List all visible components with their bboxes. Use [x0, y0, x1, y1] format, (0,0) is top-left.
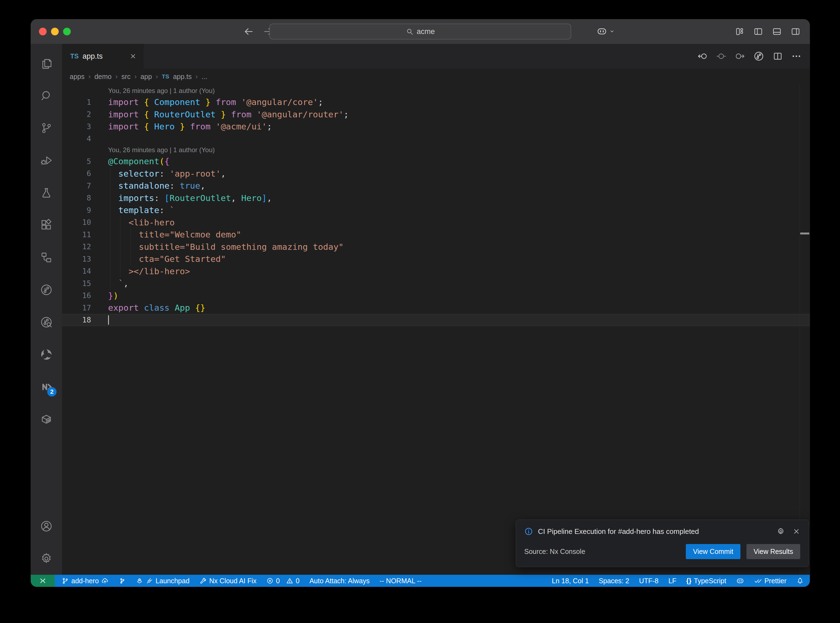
vim-mode-status[interactable]: -- NORMAL --: [379, 577, 421, 585]
activity-extensions[interactable]: [31, 209, 62, 241]
code-line[interactable]: 7 standalone: true,: [62, 180, 810, 192]
nav-forward-circle-icon[interactable]: [735, 51, 745, 61]
double-check-icon: [754, 577, 762, 585]
nav-current-circle-icon[interactable]: [716, 51, 726, 61]
activity-nx-console[interactable]: 2: [31, 371, 62, 403]
formatter-status[interactable]: Prettier: [754, 577, 786, 585]
activity-run-debug[interactable]: [31, 144, 62, 176]
line-number: 14: [62, 267, 91, 275]
code-line[interactable]: 6 selector: 'app-root',: [62, 167, 810, 180]
more-actions-icon[interactable]: [791, 51, 802, 61]
problems-status[interactable]: 0 0: [266, 577, 299, 585]
close-window-button[interactable]: [39, 28, 47, 35]
settings-menu[interactable]: [31, 542, 62, 575]
overview-ruler-marker[interactable]: [800, 233, 809, 235]
copilot-menu[interactable]: [596, 26, 614, 37]
braces-icon: {}: [686, 577, 692, 585]
code-line[interactable]: 17export class App {}: [62, 302, 810, 314]
cursor-position-status[interactable]: Ln 18, Col 1: [552, 577, 589, 585]
code-line[interactable]: 11 title="Welcmoe demo": [62, 229, 810, 241]
notification-body: Source: Nx Console View Commit View Resu…: [524, 544, 800, 559]
code-line[interactable]: 9 template: `: [62, 204, 810, 216]
cursor-position-label: Ln 18, Col 1: [552, 577, 589, 585]
customize-layout-icon[interactable]: [735, 27, 745, 37]
code-line[interactable]: 14 ></lib-hero>: [62, 265, 810, 278]
codelens-blame-line[interactable]: You, 26 minutes ago | 1 author (You): [62, 145, 810, 155]
code-line[interactable]: 12 subtitle="Build something amazing tod…: [62, 241, 810, 253]
line-number: 10: [62, 218, 91, 227]
code-line[interactable]: 3import { Hero } from '@acme/ui';: [62, 120, 810, 133]
text-cursor: [108, 315, 109, 325]
code-line[interactable]: 18: [62, 314, 810, 326]
auto-attach-status[interactable]: Auto Attach: Always: [309, 577, 370, 585]
swirl-icon: [40, 348, 53, 361]
line-number: 16: [62, 291, 91, 300]
commit-graph-status[interactable]: [118, 577, 126, 585]
launchpad-status[interactable]: Launchpad: [136, 577, 190, 585]
breadcrumb-demo[interactable]: demo: [94, 73, 112, 81]
command-center-search[interactable]: acme: [269, 24, 571, 40]
activity-search[interactable]: [31, 80, 62, 112]
zoom-window-button[interactable]: [63, 28, 71, 35]
activity-gitlens-inspect[interactable]: [31, 306, 62, 338]
indentation-status[interactable]: Spaces: 2: [599, 577, 629, 585]
breadcrumb-file[interactable]: app.ts: [173, 73, 192, 81]
activity-explorer[interactable]: [31, 47, 62, 80]
notification-controls: [777, 527, 800, 536]
eol-status[interactable]: LF: [668, 577, 676, 585]
activity-containers[interactable]: [31, 403, 62, 436]
code-editor[interactable]: You, 26 minutes ago | 1 author (You)1imp…: [62, 84, 810, 575]
toggle-panel-icon[interactable]: [772, 27, 782, 37]
line-number: 7: [62, 181, 91, 190]
nav-back-circle-icon[interactable]: [697, 51, 708, 61]
view-results-button[interactable]: View Results: [746, 544, 800, 559]
code-line[interactable]: 5@Component({: [62, 155, 810, 167]
code-line[interactable]: 4: [62, 133, 810, 145]
codelens-blame-line[interactable]: You, 26 minutes ago | 1 author (You): [62, 86, 810, 96]
view-commit-button[interactable]: View Commit: [686, 544, 740, 559]
language-mode-status[interactable]: {} TypeScript: [686, 577, 726, 585]
activity-commit-graph[interactable]: [31, 274, 62, 306]
copilot-status[interactable]: [736, 577, 744, 585]
breadcrumb-apps[interactable]: apps: [70, 73, 84, 81]
code-line[interactable]: 8 imports: [RouterOutlet, Hero],: [62, 192, 810, 204]
line-number: 18: [62, 316, 91, 324]
code-line[interactable]: 13 cta="Get Started": [62, 253, 810, 265]
back-icon[interactable]: [244, 27, 253, 37]
indent-guide: [131, 241, 131, 253]
branch-status[interactable]: add-hero: [61, 577, 109, 585]
close-icon[interactable]: [792, 528, 800, 535]
warnings-icon: [286, 577, 293, 584]
notification-settings-icon[interactable]: [777, 527, 785, 536]
close-tab-icon[interactable]: [129, 52, 137, 60]
encoding-status[interactable]: UTF-8: [639, 577, 659, 585]
nx-cloud-fix-status[interactable]: Nx Cloud AI Fix: [200, 577, 256, 585]
remote-indicator[interactable]: [31, 575, 55, 587]
commit-graph-icon[interactable]: [753, 51, 764, 62]
activity-hierarchy-view[interactable]: [31, 241, 62, 274]
notifications-status[interactable]: [796, 577, 804, 585]
line-content: import { Hero } from '@acme/ui';: [108, 120, 272, 133]
activity-source-control[interactable]: [31, 112, 62, 144]
breadcrumb-app[interactable]: app: [140, 73, 152, 81]
activity-testing[interactable]: [31, 176, 62, 209]
tab-app-ts[interactable]: TS app.ts: [62, 44, 143, 69]
chevron-right-icon: ›: [156, 73, 158, 80]
chevron-right-icon: ›: [88, 73, 91, 80]
code-line[interactable]: 10 <lib-hero: [62, 216, 810, 229]
accounts-menu[interactable]: [31, 510, 62, 542]
indent-guide: [131, 253, 131, 265]
toggle-sidebar-icon[interactable]: [753, 27, 763, 37]
code-line[interactable]: 1import { Component } from '@angular/cor…: [62, 96, 810, 108]
breadcrumb-symbol[interactable]: ...: [202, 73, 207, 81]
toggle-secondary-sidebar-icon[interactable]: [791, 27, 800, 37]
code-line[interactable]: 2import { RouterOutlet } from '@angular/…: [62, 108, 810, 121]
encoding-label: UTF-8: [639, 577, 659, 585]
code-line[interactable]: 15 `,: [62, 277, 810, 290]
activity-devtools[interactable]: [31, 338, 62, 371]
minimize-window-button[interactable]: [51, 28, 59, 35]
status-right: Ln 18, Col 1 Spaces: 2 UTF-8 LF {} TypeS…: [552, 577, 810, 585]
breadcrumb-src[interactable]: src: [121, 73, 131, 81]
split-editor-icon[interactable]: [772, 51, 783, 61]
code-line[interactable]: 16}): [62, 290, 810, 302]
